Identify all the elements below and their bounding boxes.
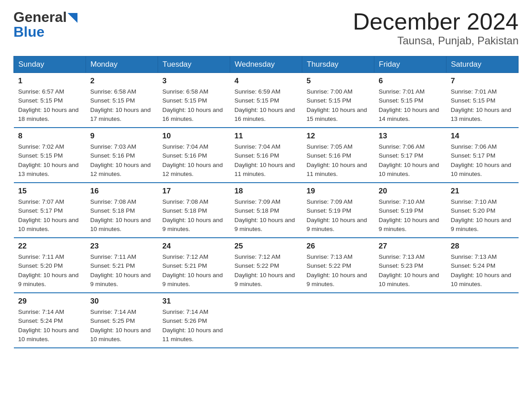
daylight-label: Daylight: 10 hours and 13 minutes. (18, 162, 79, 177)
daylight-label: Daylight: 10 hours and 12 minutes. (163, 162, 223, 177)
day-number: 31 (163, 297, 226, 306)
sunrise-label: Sunrise: 7:09 AM (307, 198, 353, 205)
day-number: 24 (163, 242, 226, 251)
daylight-label: Daylight: 10 hours and 11 minutes. (163, 327, 223, 342)
calendar-cell: 8 Sunrise: 7:02 AM Sunset: 5:15 PM Dayli… (14, 128, 86, 183)
day-number: 16 (90, 187, 154, 196)
calendar-cell: 22 Sunrise: 7:11 AM Sunset: 5:20 PM Dayl… (14, 238, 86, 293)
week-row-2: 8 Sunrise: 7:02 AM Sunset: 5:15 PM Dayli… (14, 128, 519, 183)
calendar-cell (230, 293, 302, 348)
daylight-label: Daylight: 10 hours and 9 minutes. (90, 272, 151, 287)
day-info: Sunrise: 7:14 AM Sunset: 5:24 PM Dayligh… (18, 308, 82, 344)
day-info: Sunrise: 7:09 AM Sunset: 5:19 PM Dayligh… (307, 197, 370, 234)
calendar-cell: 17 Sunrise: 7:08 AM Sunset: 5:18 PM Dayl… (158, 183, 230, 238)
calendar-cell: 12 Sunrise: 7:05 AM Sunset: 5:16 PM Dayl… (302, 128, 374, 183)
day-info: Sunrise: 7:01 AM Sunset: 5:15 PM Dayligh… (451, 87, 514, 124)
calendar-title: December 2024 (353, 9, 519, 34)
daylight-label: Daylight: 10 hours and 9 minutes. (163, 272, 223, 287)
sunrise-label: Sunrise: 7:01 AM (379, 88, 425, 95)
week-row-1: 1 Sunrise: 6:57 AM Sunset: 5:15 PM Dayli… (14, 73, 519, 128)
calendar-cell: 10 Sunrise: 7:04 AM Sunset: 5:16 PM Dayl… (158, 128, 230, 183)
header-thursday: Thursday (302, 56, 374, 73)
calendar-cell: 20 Sunrise: 7:10 AM Sunset: 5:19 PM Dayl… (374, 183, 446, 238)
logo: General Blue (13, 9, 77, 40)
sunset-label: Sunset: 5:19 PM (307, 207, 352, 214)
day-info: Sunrise: 7:06 AM Sunset: 5:17 PM Dayligh… (379, 142, 442, 179)
day-info: Sunrise: 6:57 AM Sunset: 5:15 PM Dayligh… (18, 87, 82, 124)
day-number: 13 (379, 132, 442, 141)
sunrise-label: Sunrise: 6:58 AM (163, 88, 209, 95)
sunset-label: Sunset: 5:26 PM (163, 317, 207, 324)
day-info: Sunrise: 6:58 AM Sunset: 5:15 PM Dayligh… (90, 87, 154, 124)
logo-general: General (13, 9, 67, 26)
day-info: Sunrise: 7:12 AM Sunset: 5:21 PM Dayligh… (163, 253, 226, 289)
calendar-cell: 16 Sunrise: 7:08 AM Sunset: 5:18 PM Dayl… (86, 183, 158, 238)
day-info: Sunrise: 7:12 AM Sunset: 5:22 PM Dayligh… (235, 253, 298, 289)
calendar-cell: 13 Sunrise: 7:06 AM Sunset: 5:17 PM Dayl… (374, 128, 446, 183)
day-number: 27 (379, 242, 442, 251)
sunset-label: Sunset: 5:16 PM (90, 152, 135, 159)
sunset-label: Sunset: 5:15 PM (451, 97, 496, 104)
day-info: Sunrise: 7:06 AM Sunset: 5:17 PM Dayligh… (451, 142, 514, 179)
sunset-label: Sunset: 5:17 PM (18, 207, 63, 214)
daylight-label: Daylight: 10 hours and 9 minutes. (163, 217, 223, 232)
calendar-cell (374, 293, 446, 348)
daylight-label: Daylight: 10 hours and 9 minutes. (307, 272, 367, 287)
day-info: Sunrise: 6:59 AM Sunset: 5:15 PM Dayligh… (235, 87, 298, 124)
day-number: 6 (379, 77, 442, 86)
sunset-label: Sunset: 5:15 PM (379, 97, 424, 104)
calendar-cell: 14 Sunrise: 7:06 AM Sunset: 5:17 PM Dayl… (446, 128, 519, 183)
day-number: 2 (90, 77, 154, 86)
daylight-label: Daylight: 10 hours and 10 minutes. (18, 327, 79, 342)
sunrise-label: Sunrise: 7:00 AM (307, 88, 353, 95)
sunset-label: Sunset: 5:23 PM (379, 262, 424, 269)
day-info: Sunrise: 7:14 AM Sunset: 5:25 PM Dayligh… (90, 308, 154, 344)
calendar-cell: 15 Sunrise: 7:07 AM Sunset: 5:17 PM Dayl… (14, 183, 86, 238)
calendar-cell: 6 Sunrise: 7:01 AM Sunset: 5:15 PM Dayli… (374, 73, 446, 128)
daylight-label: Daylight: 10 hours and 10 minutes. (90, 327, 151, 342)
sunrise-label: Sunrise: 7:02 AM (18, 143, 64, 150)
day-number: 30 (90, 297, 154, 306)
day-number: 4 (235, 77, 298, 86)
calendar-cell: 18 Sunrise: 7:09 AM Sunset: 5:18 PM Dayl… (230, 183, 302, 238)
day-info: Sunrise: 7:10 AM Sunset: 5:20 PM Dayligh… (451, 197, 514, 234)
calendar-cell: 23 Sunrise: 7:11 AM Sunset: 5:21 PM Dayl… (86, 238, 158, 293)
daylight-label: Daylight: 10 hours and 13 minutes. (451, 107, 511, 122)
header-friday: Friday (374, 56, 446, 73)
daylight-label: Daylight: 10 hours and 10 minutes. (451, 162, 511, 177)
calendar-cell: 2 Sunrise: 6:58 AM Sunset: 5:15 PM Dayli… (86, 73, 158, 128)
day-number: 21 (451, 187, 514, 196)
day-info: Sunrise: 7:14 AM Sunset: 5:26 PM Dayligh… (163, 308, 226, 344)
calendar-cell: 24 Sunrise: 7:12 AM Sunset: 5:21 PM Dayl… (158, 238, 230, 293)
sunrise-label: Sunrise: 7:06 AM (451, 143, 497, 150)
daylight-label: Daylight: 10 hours and 17 minutes. (90, 107, 151, 122)
day-number: 12 (307, 132, 370, 141)
day-number: 29 (18, 297, 82, 306)
calendar-cell: 4 Sunrise: 6:59 AM Sunset: 5:15 PM Dayli… (230, 73, 302, 128)
sunrise-label: Sunrise: 7:14 AM (18, 308, 64, 315)
day-info: Sunrise: 7:04 AM Sunset: 5:16 PM Dayligh… (163, 142, 226, 179)
sunrise-label: Sunrise: 7:04 AM (235, 143, 281, 150)
week-row-5: 29 Sunrise: 7:14 AM Sunset: 5:24 PM Dayl… (14, 293, 519, 348)
daylight-label: Daylight: 10 hours and 9 minutes. (18, 272, 79, 287)
sunrise-label: Sunrise: 7:11 AM (18, 253, 64, 260)
day-info: Sunrise: 7:11 AM Sunset: 5:20 PM Dayligh… (18, 253, 82, 289)
calendar-cell: 26 Sunrise: 7:13 AM Sunset: 5:22 PM Dayl… (302, 238, 374, 293)
day-number: 8 (18, 132, 82, 141)
calendar-cell: 21 Sunrise: 7:10 AM Sunset: 5:20 PM Dayl… (446, 183, 519, 238)
sunrise-label: Sunrise: 7:07 AM (18, 198, 64, 205)
sunset-label: Sunset: 5:22 PM (307, 262, 352, 269)
sunset-label: Sunset: 5:19 PM (379, 207, 424, 214)
sunset-label: Sunset: 5:25 PM (90, 317, 135, 324)
calendar-cell: 19 Sunrise: 7:09 AM Sunset: 5:19 PM Dayl… (302, 183, 374, 238)
sunset-label: Sunset: 5:15 PM (307, 97, 352, 104)
day-number: 1 (18, 77, 82, 86)
day-info: Sunrise: 7:08 AM Sunset: 5:18 PM Dayligh… (163, 197, 226, 234)
calendar-cell (446, 293, 519, 348)
sunset-label: Sunset: 5:24 PM (451, 262, 496, 269)
daylight-label: Daylight: 10 hours and 18 minutes. (18, 107, 79, 122)
sunrise-label: Sunrise: 7:08 AM (90, 198, 137, 205)
sunset-label: Sunset: 5:18 PM (235, 207, 279, 214)
day-number: 20 (379, 187, 442, 196)
day-info: Sunrise: 7:07 AM Sunset: 5:17 PM Dayligh… (18, 197, 82, 234)
